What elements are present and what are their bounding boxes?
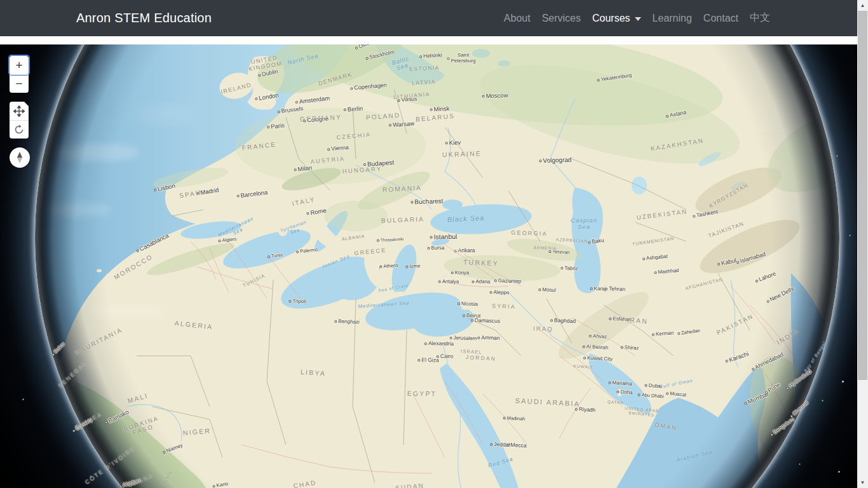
scroll-thumb[interactable] (858, 11, 867, 380)
page-gap (0, 36, 857, 44)
rotate-tool-button[interactable] (10, 120, 29, 139)
nav-list: AboutServicesCoursesLearningContact中文 (498, 11, 776, 25)
nav-item-services[interactable]: Services (536, 13, 587, 24)
scroll-down-arrow[interactable]: ▼ (857, 477, 868, 488)
earth-globe[interactable] (35, 44, 839, 488)
compass-needle-icon (13, 151, 27, 165)
brand-title[interactable]: Anron STEM Education (76, 11, 212, 25)
zoom-control-group: + − (10, 56, 29, 93)
top-navbar: Anron STEM Education AboutServicesCourse… (0, 0, 857, 36)
map-terrain (35, 44, 839, 488)
nav-item-about[interactable]: About (498, 13, 536, 24)
pan-rotate-control-group (10, 102, 29, 139)
nav-item-中文[interactable]: 中文 (744, 11, 776, 25)
pan-tool-button[interactable] (10, 102, 29, 120)
rotate-icon (13, 124, 25, 135)
map-controls: + − (10, 56, 30, 168)
nav-item-contact[interactable]: Contact (698, 13, 744, 24)
compass-button[interactable] (10, 147, 30, 168)
page-scrollbar[interactable]: ▲ ▼ (857, 0, 868, 488)
nav-item-courses[interactable]: Courses (587, 13, 647, 24)
pan-move-icon (13, 105, 25, 117)
map-viewport[interactable]: + − (0, 44, 857, 488)
zoom-out-button[interactable]: − (10, 74, 29, 93)
zoom-in-button[interactable]: + (10, 56, 29, 74)
corner-triangle-icon (24, 102, 29, 106)
chevron-down-icon (635, 17, 641, 21)
scroll-up-arrow[interactable]: ▲ (857, 0, 868, 11)
starfield (0, 44, 1, 45)
nav-item-learning[interactable]: Learning (647, 13, 698, 24)
